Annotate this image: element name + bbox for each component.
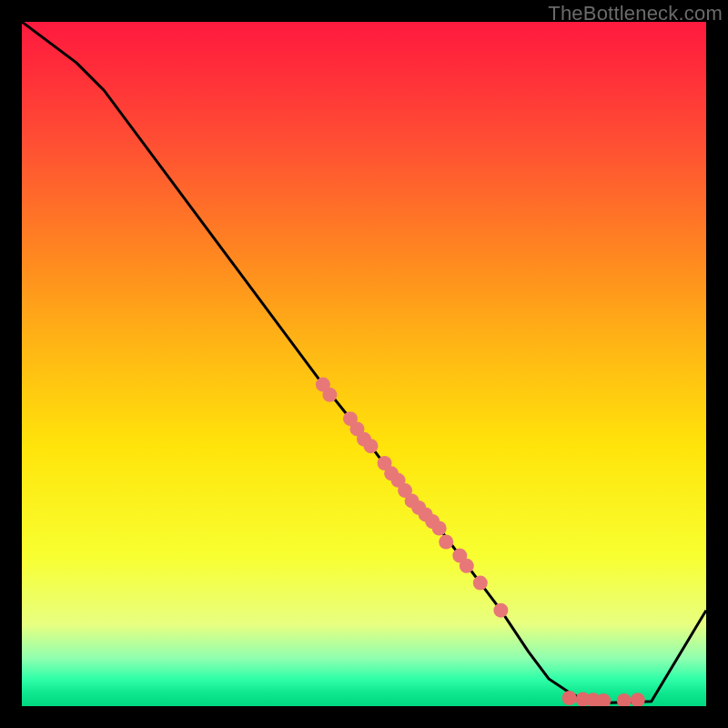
data-point xyxy=(576,693,591,707)
data-point xyxy=(586,693,601,706)
data-point xyxy=(350,421,365,436)
data-point xyxy=(357,432,371,447)
chart-svg xyxy=(22,22,706,706)
watermark-text: TheBottleneck.com xyxy=(548,2,723,25)
data-point xyxy=(322,388,337,402)
bottleneck-curve xyxy=(22,22,706,703)
data-point xyxy=(343,411,358,426)
data-point xyxy=(384,466,399,480)
data-point xyxy=(473,576,488,591)
data-point xyxy=(316,378,330,392)
data-point xyxy=(432,521,447,536)
data-point xyxy=(411,500,426,515)
data-point xyxy=(425,514,440,529)
data-point xyxy=(364,439,379,453)
data-point xyxy=(405,493,420,508)
data-point xyxy=(398,483,412,498)
data-point xyxy=(419,507,433,521)
data-point xyxy=(493,603,508,618)
chart-stage: TheBottleneck.com xyxy=(0,0,728,728)
scatter-points xyxy=(316,378,645,706)
chart-plot-area xyxy=(22,22,706,706)
data-point xyxy=(391,473,406,488)
data-point xyxy=(617,693,632,706)
data-point xyxy=(562,691,577,705)
data-point xyxy=(460,559,474,573)
data-point xyxy=(596,693,611,706)
data-point xyxy=(452,549,467,563)
data-point xyxy=(631,693,645,706)
data-point xyxy=(439,535,453,550)
data-point xyxy=(378,456,392,470)
